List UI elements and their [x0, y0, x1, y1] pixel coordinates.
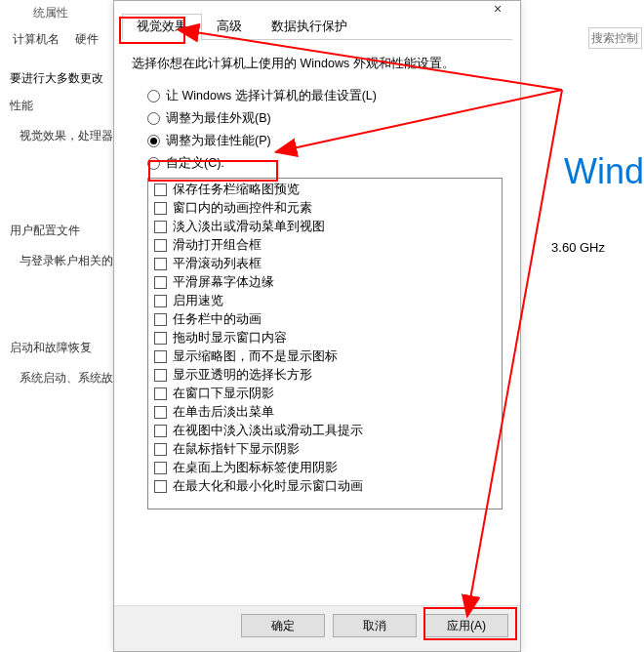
windows-logo-text: Wind [564, 151, 644, 192]
apply-button[interactable]: 应用(A) [424, 614, 508, 637]
list-item[interactable]: 在最大化和最小化时显示窗口动画 [148, 477, 502, 496]
checkbox-icon [154, 276, 167, 289]
checkbox-icon [154, 350, 167, 363]
tab-dep[interactable]: 数据执行保护 [257, 14, 362, 40]
radio-best-appearance[interactable]: 调整为最佳外观(B) [147, 110, 503, 127]
checkbox-icon [154, 387, 167, 400]
check-label: 任务栏中的动画 [173, 311, 262, 328]
list-item[interactable]: 淡入淡出或滑动菜单到视图 [148, 218, 502, 236]
check-label: 平滑滚动列表框 [173, 256, 262, 272]
check-label: 显示亚透明的选择长方形 [173, 367, 312, 384]
cancel-button[interactable]: 取消 [333, 614, 417, 637]
tab-visual-effects[interactable]: 视觉效果 [122, 14, 202, 40]
radio-group: 让 Windows 选择计算机的最佳设置(L) 调整为最佳外观(B) 调整为最佳… [147, 88, 503, 172]
radio-icon [147, 112, 160, 125]
bg-section-title: 性能 [10, 98, 113, 114]
radio-icon [147, 135, 160, 147]
radio-best-performance[interactable]: 调整为最佳性能(P) [147, 133, 503, 149]
performance-options-dialog: × 视觉效果 高级 数据执行保护 选择你想在此计算机上使用的 Windows 外… [113, 0, 521, 652]
checkbox-icon [154, 406, 167, 419]
dialog-button-row: 确定 取消 应用(A) [114, 605, 520, 651]
radio-icon [147, 90, 160, 102]
list-item[interactable]: 在窗口下显示阴影 [148, 385, 502, 403]
check-label: 窗口内的动画控件和元素 [173, 200, 312, 217]
bg-section-userprofile: 用户配置文件 与登录帐户相关的 [10, 223, 113, 269]
checkbox-icon [154, 295, 167, 307]
checkbox-icon [154, 443, 167, 456]
search-input[interactable] [588, 27, 642, 49]
checkbox-icon [154, 425, 167, 437]
bg-section-title: 启动和故障恢复 [10, 340, 113, 356]
bg-section-performance: 性能 视觉效果，处理器 [10, 98, 113, 144]
check-label: 滑动打开组合框 [173, 237, 262, 254]
list-item[interactable]: 窗口内的动画控件和元素 [148, 199, 502, 218]
checkbox-icon [154, 258, 167, 270]
radio-icon [147, 157, 160, 170]
radio-label: 让 Windows 选择计算机的最佳设置(L) [166, 88, 377, 104]
check-label: 在单击后淡出菜单 [173, 404, 274, 421]
checkbox-icon [154, 313, 167, 326]
list-item[interactable]: 启用速览 [148, 292, 502, 310]
check-label: 在窗口下显示阴影 [173, 386, 274, 402]
list-item[interactable]: 显示缩略图，而不是显示图标 [148, 347, 502, 366]
bg-text-changes: 要进行大多数更改 [10, 70, 103, 87]
list-item[interactable]: 平滑屏幕字体边缘 [148, 273, 502, 292]
cpu-ghz-text: 3.60 GHz [551, 240, 605, 255]
bg-section-body: 系统启动、系统故 [10, 362, 113, 387]
check-label: 保存任务栏缩略图预览 [173, 182, 300, 198]
check-label: 显示缩略图，而不是显示图标 [173, 348, 338, 365]
list-item[interactable]: 在桌面上为图标标签使用阴影 [148, 459, 502, 477]
radio-label: 调整为最佳性能(P) [166, 133, 271, 149]
bg-section-body: 视觉效果，处理器 [10, 120, 113, 144]
checkbox-icon [154, 202, 167, 215]
bg-section-startup: 启动和故障恢复 系统启动、系统故 [10, 340, 113, 387]
radio-label: 自定义(C): [166, 155, 224, 172]
list-item[interactable]: 在视图中淡入淡出或滑动工具提示 [148, 422, 502, 440]
checkbox-icon [154, 369, 167, 382]
bg-tab-computername[interactable]: 计算机名 [5, 27, 67, 52]
list-item[interactable]: 滑动打开组合框 [148, 236, 502, 255]
dialog-body: 选择你想在此计算机上使用的 Windows 外观和性能设置。 让 Windows… [114, 40, 520, 605]
check-label: 启用速览 [173, 293, 223, 309]
dialog-description: 选择你想在此计算机上使用的 Windows 外观和性能设置。 [132, 56, 503, 72]
tab-advanced[interactable]: 高级 [202, 14, 257, 40]
bg-tab-hardware[interactable]: 硬件 [67, 27, 106, 52]
checkbox-icon [154, 462, 167, 474]
bg-section-body: 与登录帐户相关的 [10, 245, 113, 269]
check-label: 拖动时显示窗口内容 [173, 330, 287, 346]
list-item[interactable]: 在鼠标指针下显示阴影 [148, 440, 502, 459]
radio-custom[interactable]: 自定义(C): [147, 155, 503, 172]
list-item[interactable]: 在单击后淡出菜单 [148, 403, 502, 422]
radio-let-windows-choose[interactable]: 让 Windows 选择计算机的最佳设置(L) [147, 88, 503, 104]
close-icon[interactable]: × [475, 1, 520, 19]
checkbox-icon [154, 239, 167, 252]
dialog-tabs: 视觉效果 高级 数据执行保护 [122, 13, 512, 40]
check-label: 在视图中淡入淡出或滑动工具提示 [173, 423, 363, 439]
checkbox-icon [154, 332, 167, 345]
list-item[interactable]: 拖动时显示窗口内容 [148, 329, 502, 347]
checkbox-icon [154, 221, 167, 233]
ok-button[interactable]: 确定 [241, 614, 325, 637]
checkbox-icon [154, 183, 167, 196]
checkbox-icon [154, 480, 167, 493]
bg-title-fragment: 统属性 [33, 5, 68, 21]
check-label: 淡入淡出或滑动菜单到视图 [173, 219, 325, 235]
check-label: 在桌面上为图标标签使用阴影 [173, 460, 338, 476]
list-item[interactable]: 显示亚透明的选择长方形 [148, 366, 502, 385]
radio-label: 调整为最佳外观(B) [166, 110, 271, 127]
effects-checklist[interactable]: 保存任务栏缩略图预览 窗口内的动画控件和元素 淡入淡出或滑动菜单到视图 滑动打开… [147, 178, 503, 509]
check-label: 在最大化和最小化时显示窗口动画 [173, 478, 363, 495]
list-item[interactable]: 任务栏中的动画 [148, 310, 502, 329]
bg-section-title: 用户配置文件 [10, 223, 113, 239]
list-item[interactable]: 平滑滚动列表框 [148, 255, 502, 273]
check-label: 平滑屏幕字体边缘 [173, 274, 274, 291]
list-item[interactable]: 保存任务栏缩略图预览 [148, 181, 502, 199]
check-label: 在鼠标指针下显示阴影 [173, 441, 300, 458]
